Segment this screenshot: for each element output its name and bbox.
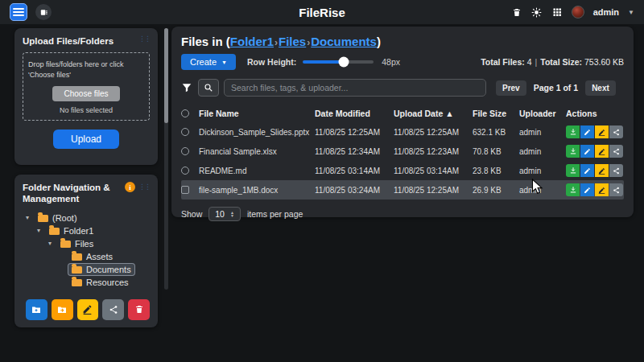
caret-down-icon[interactable]: ▾ <box>48 240 57 247</box>
upload-date-cell: 11/08/25 12:23AM <box>394 147 473 156</box>
trash-icon[interactable] <box>511 6 522 18</box>
column-header-uploader[interactable]: Uploader <box>519 109 566 118</box>
caret-down-icon[interactable]: ▾ <box>37 227 46 234</box>
user-menu-chevron-down-icon[interactable]: ▼ <box>628 9 634 16</box>
download-icon <box>569 147 577 155</box>
share-button[interactable] <box>609 183 623 196</box>
move-folder-button[interactable] <box>52 299 73 320</box>
table-row[interactable]: file-sample_1MB.docx 11/08/25 03:24AM 11… <box>181 180 624 200</box>
file-size-cell: 70.8 KB <box>473 147 519 156</box>
panel-toggle-icon <box>39 8 48 17</box>
table-row[interactable]: Dickinson_Sample_Slides.pptx 11/08/25 12… <box>181 122 624 142</box>
date-modified-cell: 11/08/25 03:24AM <box>315 186 394 195</box>
file-list-panel: Files in (Folder1›Files›Documents) Creat… <box>171 27 634 217</box>
share-button[interactable] <box>609 164 623 177</box>
date-modified-cell: 11/08/25 12:34AM <box>315 147 394 156</box>
breadcrumb-documents[interactable]: Documents <box>311 35 377 48</box>
dropzone-text-line1: Drop files/folders here or click <box>28 60 144 70</box>
column-header-file-name[interactable]: File Name <box>199 109 315 118</box>
items-per-page-label: items per page <box>247 209 303 219</box>
delete-folder-button[interactable] <box>128 299 150 320</box>
folder-tree: ▾ (Root) ▾ Folder1 ▾ Files ▾ Assets ▾ Do… <box>23 212 150 289</box>
grid-icon[interactable] <box>551 6 563 18</box>
breadcrumb-files[interactable]: Files <box>279 35 306 48</box>
share-button[interactable] <box>609 125 623 138</box>
upload-date-cell: 11/08/25 12:25AM <box>394 186 473 195</box>
prev-page-button[interactable]: Prev <box>496 80 526 96</box>
create-folder-button[interactable] <box>26 299 47 320</box>
row-height-slider[interactable] <box>303 60 374 64</box>
edit-button[interactable] <box>580 164 594 177</box>
info-icon[interactable]: i <box>125 182 135 192</box>
next-page-button[interactable]: Next <box>585 80 616 96</box>
table-row[interactable]: Financial Sample.xlsx 11/08/25 12:34AM 1… <box>181 142 624 161</box>
sun-icon[interactable] <box>531 6 543 18</box>
drag-handle-icon[interactable]: ⋮⋮ <box>138 35 150 43</box>
slider-thumb[interactable] <box>339 57 349 68</box>
search-input[interactable] <box>224 79 486 97</box>
edit-button[interactable] <box>580 183 594 196</box>
row-checkbox[interactable] <box>181 186 189 194</box>
uploader-cell: admin <box>519 167 566 175</box>
rename-folder-button[interactable] <box>77 299 99 320</box>
drag-handle-icon[interactable]: ⋮⋮ <box>138 183 150 191</box>
share-folder-icon <box>109 305 118 315</box>
column-header-file-size[interactable]: File Size <box>473 109 519 118</box>
edit-tags-button[interactable] <box>595 125 609 138</box>
download-button[interactable] <box>566 183 580 196</box>
tree-item[interactable]: ▾ Resources <box>23 276 150 289</box>
table-row[interactable]: README.md 11/08/25 03:14AM 11/08/25 03:1… <box>181 161 624 180</box>
tree-item[interactable]: ▾ (Root) <box>23 212 150 224</box>
select-all-checkbox[interactable] <box>181 109 189 117</box>
edit-button[interactable] <box>580 145 594 158</box>
share-folder-button[interactable] <box>102 299 124 320</box>
top-bar: FileRise admin ▼ <box>0 0 644 24</box>
scrollbar-track[interactable] <box>164 28 168 290</box>
download-button[interactable] <box>566 164 580 177</box>
folder-icon <box>60 241 71 248</box>
scrollbar-thumb[interactable] <box>164 28 168 123</box>
upload-button[interactable]: Upload <box>53 130 119 149</box>
upload-panel: Upload Files/Folders ⋮⋮ Drop files/folde… <box>14 28 158 165</box>
file-name-cell: Financial Sample.xlsx <box>199 147 315 156</box>
username-label[interactable]: admin <box>593 7 619 17</box>
share-icon <box>613 187 620 194</box>
download-button[interactable] <box>566 145 580 158</box>
panel-toggle-button[interactable] <box>35 4 52 20</box>
row-checkbox[interactable] <box>181 128 189 136</box>
tree-item-label: Resources <box>86 278 129 287</box>
tree-item[interactable]: ▾ Files <box>23 237 150 250</box>
edit-button[interactable] <box>580 125 594 138</box>
share-button[interactable] <box>609 145 623 158</box>
file-dropzone[interactable]: Drop files/folders here or click 'Choose… <box>23 52 150 121</box>
create-button[interactable]: Create▼ <box>181 54 236 70</box>
breadcrumb-folder1[interactable]: Folder1 <box>230 35 274 48</box>
uploader-cell: admin <box>519 147 566 156</box>
download-button[interactable] <box>566 125 580 138</box>
choose-files-button[interactable]: Choose files <box>52 86 119 101</box>
column-header-date-modified[interactable]: Date Modified <box>315 109 394 118</box>
filter-icon[interactable] <box>181 82 192 93</box>
tree-item[interactable]: ▾ Folder1 <box>23 224 150 237</box>
tree-item[interactable]: ▾ Assets <box>23 250 150 263</box>
heading-suffix: ) <box>377 35 381 48</box>
search-button[interactable] <box>198 79 219 97</box>
row-height-label: Row Height: <box>247 57 296 67</box>
edit-tags-button[interactable] <box>595 183 609 196</box>
column-header-upload-date[interactable]: Upload Date ▲ <box>394 109 473 118</box>
chevron-down-icon: ▼ <box>221 60 227 65</box>
avatar[interactable] <box>572 6 584 19</box>
page-title: Files in (Folder1›Files›Documents) <box>181 35 624 48</box>
items-per-page-select[interactable]: 10 ▲▼ <box>208 207 241 221</box>
app-logo-menu-button[interactable] <box>10 3 27 21</box>
pagination: Prev Page 1 of 1 Next <box>496 80 616 96</box>
row-checkbox[interactable] <box>181 167 189 175</box>
row-actions <box>566 145 624 158</box>
tree-item-label: (Root) <box>52 213 77 223</box>
edit-tags-button[interactable] <box>595 145 609 158</box>
tree-item[interactable]: ▾ Documents <box>23 263 150 276</box>
search-row: Prev Page 1 of 1 Next <box>181 78 624 97</box>
row-checkbox[interactable] <box>181 147 189 155</box>
caret-down-icon[interactable]: ▾ <box>26 214 35 221</box>
edit-tags-button[interactable] <box>595 164 609 177</box>
